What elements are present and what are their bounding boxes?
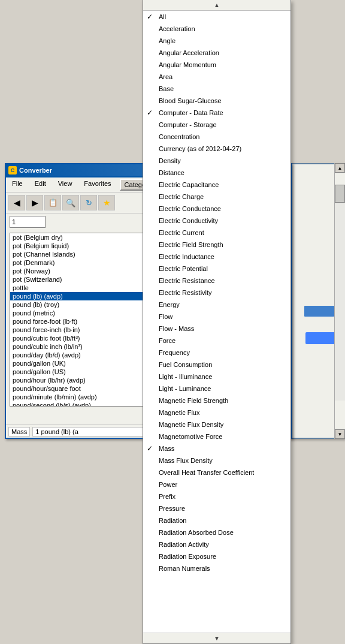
dropdown-item[interactable]: Currency (as of 2012-04-27): [143, 143, 290, 155]
dropdown-item-label: Electric Inductance: [159, 253, 214, 260]
scroll-thumb[interactable]: [335, 185, 345, 203]
dropdown-item[interactable]: Fuel Consumption: [143, 359, 290, 371]
dropdown-scroll-up[interactable]: ▲: [143, 0, 290, 11]
dropdown-item-label: Magnetomotive Force: [159, 433, 222, 440]
dropdown-item-label: Currency (as of 2012-04-27): [159, 145, 241, 152]
dropdown-item-label: Pressure: [159, 505, 185, 512]
dropdown-item-label: Electric Current: [159, 229, 204, 236]
refresh-button[interactable]: ↻: [80, 195, 97, 210]
dropdown-item[interactable]: Roman Numerals: [143, 562, 290, 574]
dropdown-item[interactable]: Light - Luminance: [143, 383, 290, 395]
dropdown-item-label: Mass: [159, 445, 174, 452]
dropdown-item-label: Force: [159, 337, 175, 344]
dropdown-scroll-down[interactable]: ▼: [143, 633, 290, 643]
menu-edit[interactable]: Edit: [31, 179, 50, 191]
dropdown-item[interactable]: Radiation: [143, 514, 290, 526]
dropdown-item[interactable]: Area: [143, 71, 290, 83]
dropdown-item[interactable]: Electric Inductance: [143, 251, 290, 263]
dropdown-item[interactable]: Electric Capacitance: [143, 179, 290, 191]
back-button[interactable]: ◀: [8, 195, 25, 210]
dropdown-item[interactable]: ✓Computer - Data Rate: [143, 107, 290, 119]
forward-button[interactable]: ▶: [26, 195, 43, 210]
dropdown-item[interactable]: Computer - Storage: [143, 119, 290, 131]
dropdown-item-label: Electric Conductivity: [159, 217, 218, 224]
dropdown-item[interactable]: Radiation Activity: [143, 538, 290, 550]
checkmark-icon: ✓: [147, 444, 159, 453]
favorites-button[interactable]: ★: [98, 195, 115, 210]
dropdown-item[interactable]: Electric Resistance: [143, 275, 290, 287]
dropdown-item-label: Flow: [159, 313, 172, 320]
dropdown-item[interactable]: Electric Resistivity: [143, 287, 290, 299]
dropdown-item-label: Electric Conductance: [159, 205, 221, 212]
scroll-down-btn[interactable]: ▼: [335, 429, 345, 439]
dropdown-item[interactable]: Magnetic Flux: [143, 407, 290, 419]
value-input[interactable]: [10, 216, 46, 228]
dropdown-item-label: Area: [159, 73, 172, 80]
dropdown-item-label: Electric Potential: [159, 265, 208, 272]
dropdown-item[interactable]: Distance: [143, 167, 290, 179]
scroll-up-btn[interactable]: ▲: [335, 163, 345, 173]
dropdown-item-label: Radiation Activity: [159, 541, 209, 548]
dropdown-item-label: Electric Field Strength: [159, 241, 223, 248]
dropdown-item[interactable]: Radiation Absorbed Dose: [143, 526, 290, 538]
menu-favorites[interactable]: Favorites: [80, 179, 114, 191]
dropdown-item[interactable]: ✓Mass: [143, 443, 290, 455]
dropdown-item[interactable]: Angular Momentum: [143, 59, 290, 71]
dropdown-item[interactable]: Force: [143, 335, 290, 347]
menu-view[interactable]: View: [55, 179, 76, 191]
dropdown-item[interactable]: Blood Sugar-Glucose: [143, 95, 290, 107]
dropdown-item[interactable]: Magnetic Flux Density: [143, 419, 290, 431]
dropdown-item-label: Electric Resistivity: [159, 289, 212, 296]
dropdown-item[interactable]: Energy: [143, 299, 290, 311]
menu-file[interactable]: File: [8, 179, 26, 191]
dropdown-item-label: Radiation Absorbed Dose: [159, 529, 234, 536]
dropdown-item-label: Light - Illuminance: [159, 373, 212, 380]
dropdown-item[interactable]: Magnetomotive Force: [143, 431, 290, 443]
dropdown-item[interactable]: Power: [143, 479, 290, 490]
window-icon: C: [8, 166, 17, 174]
dropdown-item[interactable]: Concentration: [143, 131, 290, 143]
checkmark-icon: ✓: [147, 13, 159, 21]
dropdown-item[interactable]: Light - Illuminance: [143, 371, 290, 383]
dropdown-item-label: Density: [159, 157, 181, 164]
dropdown-item[interactable]: Angle: [143, 35, 290, 47]
dropdown-item-label: Base: [159, 85, 174, 92]
dropdown-item-label: Electric Capacitance: [159, 181, 219, 188]
dropdown-item[interactable]: Magnetic Field Strength: [143, 395, 290, 407]
checkmark-icon: ✓: [147, 109, 159, 117]
dropdown-item-label: All: [159, 13, 166, 20]
dropdown-item[interactable]: Electric Potential: [143, 263, 290, 275]
dropdown-item[interactable]: Flow: [143, 311, 290, 323]
dropdown-item[interactable]: Pressure: [143, 502, 290, 514]
dropdown-item-label: Acceleration: [159, 25, 195, 32]
dropdown-item-label: Prefix: [159, 493, 175, 500]
dropdown-item[interactable]: Prefix: [143, 490, 290, 502]
dropdown-item[interactable]: Electric Charge: [143, 191, 290, 203]
dropdown-item-label: Roman Numerals: [159, 565, 210, 572]
dropdown-item-label: Angular Acceleration: [159, 49, 219, 56]
dropdown-item[interactable]: Angular Acceleration: [143, 47, 290, 59]
dropdown-item-label: Angle: [159, 37, 175, 44]
copy-button[interactable]: 📋: [44, 195, 61, 210]
dropdown-item[interactable]: Electric Current: [143, 227, 290, 239]
dropdown-item[interactable]: Density: [143, 155, 290, 167]
dropdown-item[interactable]: Acceleration: [143, 23, 290, 35]
dropdown-item[interactable]: Mass Flux Density: [143, 455, 290, 467]
bg-selected-item: [304, 306, 334, 317]
dropdown-item[interactable]: Overall Heat Transfer Coefficient: [143, 467, 290, 479]
dropdown-item-label: Angular Momentum: [159, 61, 216, 68]
dropdown-item[interactable]: Frequency: [143, 347, 290, 359]
dropdown-item-label: Overall Heat Transfer Coefficient: [159, 469, 254, 476]
dropdown-item-label: Radiation Exposure: [159, 553, 216, 560]
dropdown-item[interactable]: Electric Conductance: [143, 203, 290, 215]
dropdown-item[interactable]: Radiation Exposure: [143, 550, 290, 562]
dropdown-item-label: Computer - Storage: [159, 121, 217, 128]
search-button[interactable]: 🔍: [62, 195, 79, 210]
dropdown-item[interactable]: ✓All: [143, 11, 290, 23]
dropdown-item-label: Power: [159, 481, 177, 488]
dropdown-item[interactable]: Electric Field Strength: [143, 239, 290, 251]
dropdown-item[interactable]: Electric Conductivity: [143, 215, 290, 227]
dropdown-item[interactable]: Base: [143, 83, 290, 95]
dropdown-item-label: Electric Charge: [159, 193, 204, 200]
dropdown-item[interactable]: Flow - Mass: [143, 323, 290, 335]
